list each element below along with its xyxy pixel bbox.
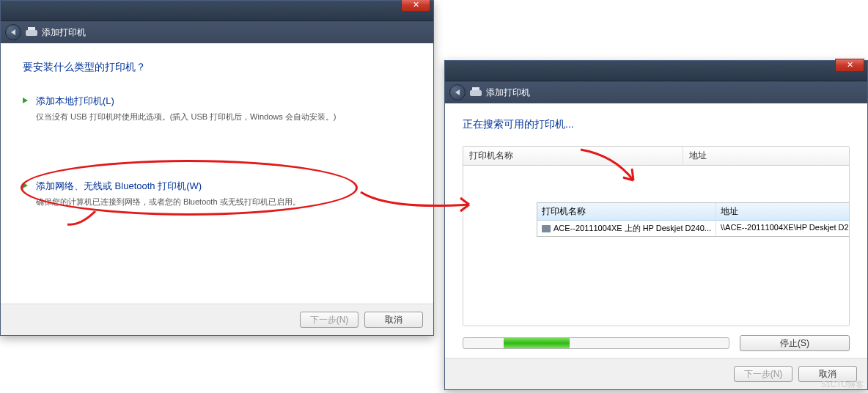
inner-column-name[interactable]: 打印机名称 <box>537 203 716 220</box>
printer-name-text: ACE--20111004XE 上的 HP Deskjet D240... <box>553 224 711 232</box>
option-title: 添加本地打印机(L) <box>36 95 411 108</box>
printer-icon <box>26 27 37 37</box>
titlebar[interactable]: ✕ <box>445 61 867 81</box>
header-title: 添加打印机 <box>486 87 530 99</box>
add-printer-dialog-1: ✕ 添加打印机 要安装什么类型的打印机？ 添加本地打印机(L) 仅当没有 USB… <box>0 0 434 336</box>
list-header: 打印机名称 地址 <box>463 147 849 166</box>
watermark: 51CTO博客 <box>822 379 864 390</box>
found-printers-table: 打印机名称 地址 ACE--20111004XE 上的 HP Deskjet D… <box>537 202 850 237</box>
inner-list-header: 打印机名称 地址 <box>537 203 850 221</box>
page-title: 正在搜索可用的打印机... <box>463 118 850 131</box>
arrow-icon <box>23 98 28 103</box>
back-button[interactable] <box>449 84 466 100</box>
printer-address-cell: \\ACE--20111004XE\HP Deskjet D24 <box>716 221 850 236</box>
progress-row: 停止(S) <box>463 335 850 351</box>
arrow-icon <box>23 183 28 188</box>
option-network-printer[interactable]: 添加网络、无线或 Bluetooth 打印机(W) 确保您的计算机已连接到网络，… <box>23 174 411 215</box>
stop-button[interactable]: 停止(S) <box>740 335 850 351</box>
dialog-footer: 下一步(N) 取消 <box>445 358 867 389</box>
inner-column-address[interactable]: 地址 <box>716 203 850 220</box>
printer-row[interactable]: ACE--20111004XE 上的 HP Deskjet D240... \\… <box>537 221 850 236</box>
option-desc: 确保您的计算机已连接到网络，或者您的 Bluetooth 或无线打印机已启用。 <box>36 197 301 206</box>
dialog-content: 要安装什么类型的打印机？ 添加本地打印机(L) 仅当没有 USB 打印机时使用此… <box>1 43 433 229</box>
dialog-footer: 下一步(N) 取消 <box>1 304 433 335</box>
printer-name-cell: ACE--20111004XE 上的 HP Deskjet D240... <box>537 221 716 236</box>
close-button[interactable]: ✕ <box>401 0 430 12</box>
printer-list-container: 打印机名称 地址 打印机名称 地址 ACE--20111004XE 上的 HP … <box>463 146 850 326</box>
progress-chunk <box>504 338 570 348</box>
option-title: 添加网络、无线或 Bluetooth 打印机(W) <box>36 180 411 193</box>
cancel-button[interactable]: 取消 <box>364 312 423 328</box>
printer-icon <box>470 87 482 98</box>
dialog-header: 添加打印机 <box>445 81 867 103</box>
next-button[interactable]: 下一步(N) <box>734 366 792 382</box>
close-button[interactable]: ✕ <box>835 59 864 72</box>
list-body[interactable]: 打印机名称 地址 ACE--20111004XE 上的 HP Deskjet D… <box>463 202 849 326</box>
dialog-header: 添加打印机 <box>1 21 433 43</box>
column-header-name[interactable]: 打印机名称 <box>463 147 683 165</box>
add-printer-dialog-2: ✕ 添加打印机 正在搜索可用的打印机... 打印机名称 地址 打印机名称 地址 <box>444 60 868 390</box>
option-local-printer[interactable]: 添加本地打印机(L) 仅当没有 USB 打印机时使用此选项。(插入 USB 打印… <box>23 89 411 130</box>
titlebar[interactable]: ✕ <box>1 1 433 21</box>
column-header-address[interactable]: 地址 <box>683 147 849 165</box>
next-button[interactable]: 下一步(N) <box>300 312 358 328</box>
back-button[interactable] <box>5 24 21 40</box>
search-progress-bar <box>463 337 729 349</box>
printer-icon <box>542 225 551 232</box>
page-title: 要安装什么类型的打印机？ <box>23 61 411 74</box>
header-title: 添加打印机 <box>42 26 86 39</box>
dialog-content: 正在搜索可用的打印机... 打印机名称 地址 打印机名称 地址 ACE--201… <box>445 103 867 386</box>
option-desc: 仅当没有 USB 打印机时使用此选项。(插入 USB 打印机后，Windows … <box>36 112 336 121</box>
